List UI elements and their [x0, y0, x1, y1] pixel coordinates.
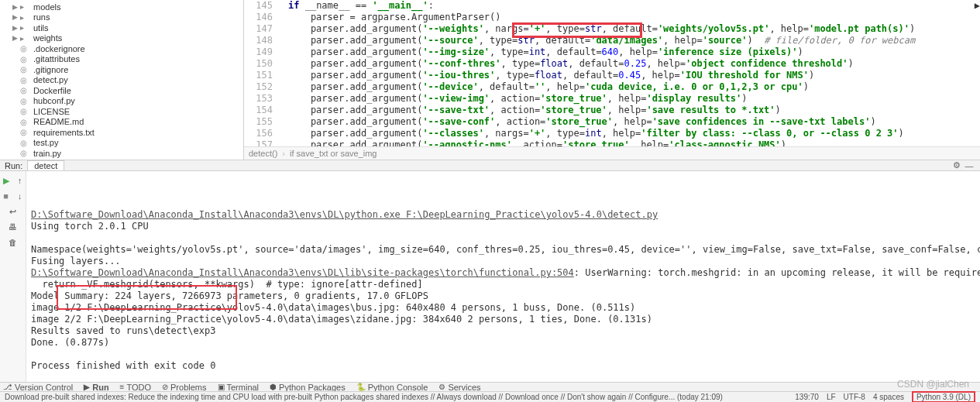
line-separator[interactable]: LF	[827, 393, 836, 401]
status-bar: Download pre-built shared indexes: Reduc…	[0, 391, 980, 402]
minimize-icon[interactable]: —	[963, 161, 975, 170]
code-lines[interactable]: if __name__ == '__main__': parser = argp…	[279, 0, 975, 146]
tool-window-bar: ⎇Version Control▶Run≡TODO⊘Problems▣Termi…	[0, 382, 980, 391]
breadcrumb-cond[interactable]: if save_txt or save_img	[290, 149, 377, 158]
breadcrumb[interactable]: detect() › if save_txt or save_img	[244, 146, 980, 160]
stop-icon[interactable]: ■	[0, 190, 12, 202]
folder-utils[interactable]: ▶▸utils	[0, 22, 243, 33]
file-README.md[interactable]: ◎README.md	[0, 117, 243, 128]
status-message[interactable]: Download pre-built shared indexes: Reduc…	[5, 393, 723, 401]
encoding[interactable]: UTF-8	[844, 393, 865, 401]
run-label: Run:	[5, 161, 22, 170]
indent[interactable]: 4 spaces	[873, 393, 904, 401]
rerun-icon[interactable]: ▶	[0, 174, 12, 187]
file-train.py[interactable]: ◎train.py	[0, 148, 243, 159]
tool-tab-problems[interactable]: ⊘Problems	[162, 383, 206, 392]
trash-icon[interactable]: 🗑	[7, 236, 19, 249]
caret-position[interactable]: 139:70	[795, 393, 819, 401]
tool-tab-run[interactable]: ▶Run	[84, 383, 108, 392]
tool-tab-terminal[interactable]: ▣Terminal	[218, 383, 260, 392]
run-gutter-icon[interactable]: ▶	[975, 0, 980, 146]
file-.gitignore[interactable]: ◎.gitignore	[0, 64, 243, 75]
code-editor[interactable]: 145146147148149150151152153154155156157 …	[244, 0, 980, 160]
gutter: 145146147148149150151152153154155156157	[244, 0, 279, 146]
up-icon[interactable]: ↑	[14, 174, 26, 187]
tool-tab-python-packages[interactable]: ⬢Python Packages	[270, 383, 346, 392]
folder-models[interactable]: ▶▸models	[0, 2, 243, 12]
breadcrumb-fn[interactable]: detect()	[249, 149, 277, 158]
tool-tab-version-control[interactable]: ⎇Version Control	[3, 383, 73, 392]
down-icon[interactable]: ↓	[14, 190, 26, 202]
file-Dockerfile[interactable]: ◎Dockerfile	[0, 85, 243, 96]
gear-icon[interactable]: ⚙	[951, 160, 963, 170]
tool-tab-python-console[interactable]: 🐍Python Console	[356, 383, 428, 392]
file-detect.py[interactable]: ◎detect.py	[0, 75, 243, 86]
tool-tab-services[interactable]: ⚙Services	[438, 383, 480, 392]
tool-tab-todo[interactable]: ≡TODO	[120, 383, 151, 392]
wrap-icon[interactable]: ↩	[7, 205, 19, 218]
project-tree[interactable]: ▶▸models▶▸runs▶▸utils▶▸weights◎.dockerig…	[0, 0, 244, 160]
run-header: Run: detect ⚙ —	[0, 160, 980, 171]
file-LICENSE[interactable]: ◎LICENSE	[0, 106, 243, 117]
file-.gitattributes[interactable]: ◎.gitattributes	[0, 54, 243, 65]
folder-weights[interactable]: ▶▸weights	[0, 33, 243, 44]
run-tab[interactable]: detect	[27, 160, 64, 170]
file-hubconf.py[interactable]: ◎hubconf.py	[0, 96, 243, 107]
file-test.py[interactable]: ◎test.py	[0, 138, 243, 149]
run-toolbar: ▶ ↑ ■ ↓ ↩ 🖶 🗑	[0, 171, 26, 382]
file-.dockerignore[interactable]: ◎.dockerignore	[0, 43, 243, 54]
console-output[interactable]: D:\Software_Download\Anaconda_Install\An…	[26, 171, 980, 382]
file-requirements.txt[interactable]: ◎requirements.txt	[0, 127, 243, 138]
print-icon[interactable]: 🖶	[7, 221, 19, 233]
interpreter[interactable]: Python 3.9 (DL)	[912, 391, 975, 402]
folder-runs[interactable]: ▶▸runs	[0, 12, 243, 23]
